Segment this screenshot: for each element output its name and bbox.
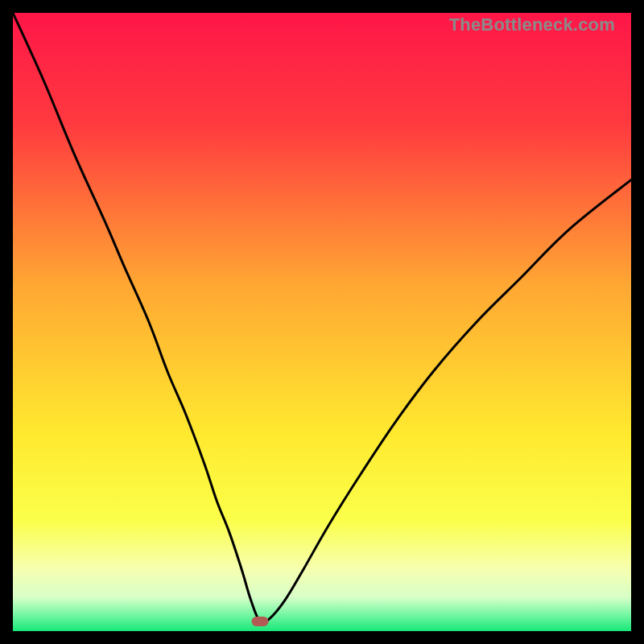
plot-area: TheBottleneck.com bbox=[13, 13, 631, 631]
watermark-text: TheBottleneck.com bbox=[449, 14, 615, 35]
chart-frame: TheBottleneck.com bbox=[0, 0, 644, 644]
bottleneck-curve bbox=[13, 13, 631, 631]
optimal-point-marker bbox=[252, 617, 269, 626]
